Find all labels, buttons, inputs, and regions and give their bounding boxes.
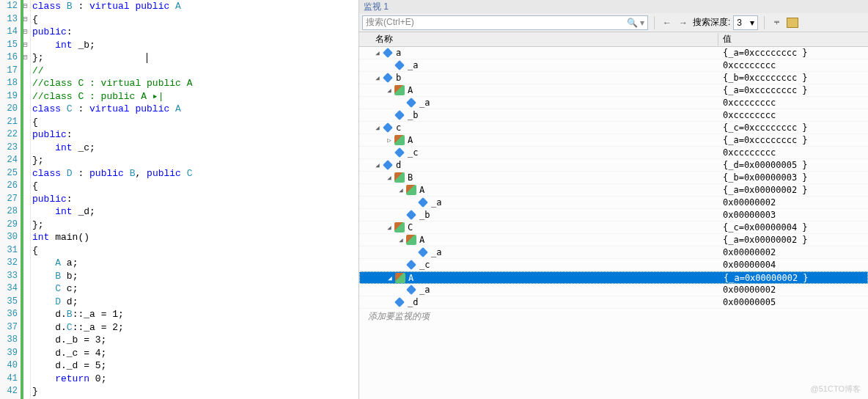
watch-row[interactable]: ◢d{_d=0x00000005 } [359,159,868,172]
variable-icon [418,247,428,257]
watch-item-name: _b [419,210,430,220]
watch-row[interactable]: _b0x00000003 [359,209,868,222]
watch-item-name: _a [419,285,430,295]
code-text-area[interactable]: class B : virtual public A{public: int _… [31,0,358,399]
expander-icon[interactable]: ◢ [397,236,405,244]
variable-icon [406,260,416,270]
nav-back-icon[interactable]: ← [661,16,674,29]
variable-icon [394,110,405,120]
watch-item-value: {_d=0x00000005 } [718,160,868,170]
search-placeholder: 搜索(Ctrl+E) [366,16,414,29]
watch-item-name: d [396,160,401,170]
watch-item-name: A [419,235,424,245]
watch-item-value: {_a=0xcccccccc } [718,85,868,95]
depth-input[interactable]: 3 ▾ [733,15,758,30]
watch-row[interactable]: ◢A{_a=0x00000002 } [359,234,868,246]
watch-item-name: b [396,73,401,83]
watch-tree[interactable]: ◢a{_a=0xcccccccc }_a0xcccccccc◢b{_b=0xcc… [359,47,868,399]
watch-row[interactable]: _d0x00000005 [359,296,868,309]
watch-item-value: 0xcccccccc [718,110,868,120]
class-icon [394,222,405,233]
code-editor[interactable]: 1213141516171819202122232425262728293031… [0,0,359,399]
watch-columns-header: 名称 值 [359,32,868,47]
watch-item-name: _a [408,60,418,70]
watch-row[interactable]: _b0xcccccccc [359,109,868,122]
watch-row[interactable]: _a0x00000002 [359,197,868,209]
expander-icon[interactable]: ◢ [374,74,381,81]
watch-row[interactable]: _a0x00000002 [359,246,868,259]
watch-item-name: _c [408,147,418,158]
watch-row[interactable]: ◢B{_b=0x00000003 } [359,172,868,184]
watch-item-name: _b [408,110,418,120]
watch-item-value: {_a=0x00000002 } [719,273,867,283]
expander-icon[interactable]: ◢ [386,274,394,282]
expander-icon[interactable]: ◢ [374,124,381,131]
add-watch-item[interactable]: 添加要监视的项 [359,309,868,324]
watch-row[interactable]: _c0xcccccccc [359,147,868,159]
class-icon [406,185,416,195]
nav-forward-icon[interactable]: → [677,16,690,29]
watch-row[interactable]: ▷A{_a=0xcccccccc } [359,134,868,147]
expander-icon[interactable]: ◢ [397,186,405,194]
watch-item-name: A [408,85,413,95]
expander-icon [386,111,393,119]
variable-icon [406,210,416,220]
search-icon: 🔍 ▾ [627,18,644,28]
fold-column[interactable]: ⊟⊟⊟⊟⊟ [21,0,31,399]
watch-item-value: {_c=0xcccccccc } [718,122,868,133]
watch-panel: 监视 1 搜索(Ctrl+E) 🔍 ▾ ← → 搜索深度: 3 ▾ ⫧ 名称 值… [359,0,868,399]
watch-item-name: A [408,135,413,145]
watch-item-name: C [408,222,413,233]
watch-item-value: 0xcccccccc [718,60,868,70]
watch-item-value: {_b=0xcccccccc } [718,73,868,83]
watch-row[interactable]: _c0x00000004 [359,259,868,271]
watch-item-value: {_a=0x00000002 } [718,235,868,245]
watch-row[interactable]: ◢A{_a=0x00000002 } [359,184,868,197]
watch-row[interactable]: ◢A{_a=0x00000002 } [359,271,868,284]
modified-bar [21,0,23,399]
variable-icon [394,147,405,158]
watch-item-name: _a [419,98,430,108]
watch-row[interactable]: ◢C{_c=0x00000004 } [359,222,868,234]
watch-row[interactable]: ◢a{_a=0xcccccccc } [359,47,868,59]
class-icon [395,273,405,283]
watch-row[interactable]: ◢c{_c=0xcccccccc } [359,122,868,134]
filter-icon[interactable]: ⫧ [770,16,784,29]
columns-icon[interactable] [787,18,798,28]
expander-icon [409,199,416,206]
expander-icon [397,286,405,293]
toolbar-separator [764,16,765,29]
expander-icon[interactable]: ◢ [386,87,393,94]
watch-toolbar: 搜索(Ctrl+E) 🔍 ▾ ← → 搜索深度: 3 ▾ ⫧ [359,13,868,32]
watch-row[interactable]: ◢b{_b=0xcccccccc } [359,72,868,84]
expander-icon[interactable]: ▷ [386,136,393,144]
expander-icon[interactable]: ◢ [386,174,393,181]
expander-icon [397,99,405,106]
value-column-header[interactable]: 值 [718,33,868,45]
watch-row[interactable]: _a0x00000002 [359,284,868,296]
watch-item-value: 0x00000004 [718,260,868,270]
name-column-header[interactable]: 名称 [359,33,718,45]
variable-icon [418,197,428,208]
variable-icon [406,285,416,295]
watch-item-name: B [408,172,413,183]
watch-item-value: {_a=0xcccccccc } [718,135,868,145]
watch-item-name: _a [431,247,441,257]
search-input[interactable]: 搜索(Ctrl+E) 🔍 ▾ [362,15,648,30]
variable-icon [383,73,393,83]
expander-icon[interactable]: ◢ [374,49,381,56]
watch-row[interactable]: ◢A{_a=0xcccccccc } [359,84,868,97]
watch-item-value: 0xcccccccc [718,147,868,158]
depth-label: 搜索深度: [693,16,730,29]
watermark: @51CTO博客 [811,384,861,395]
watch-item-name: _c [419,260,430,270]
expander-icon [386,299,393,306]
watch-row[interactable]: _a0xcccccccc [359,97,868,109]
expander-icon[interactable]: ◢ [386,224,393,231]
toolbar-separator [654,16,655,29]
watch-item-value: 0x00000005 [718,297,868,307]
expander-icon [386,62,393,69]
expander-icon[interactable]: ◢ [374,161,381,169]
variable-icon [394,297,405,307]
watch-row[interactable]: _a0xcccccccc [359,59,868,72]
